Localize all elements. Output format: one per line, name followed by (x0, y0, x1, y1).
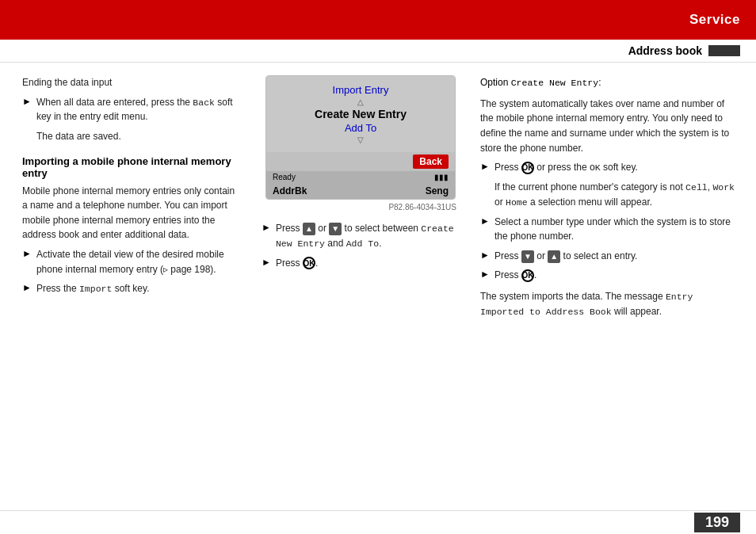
bullet-text-activate: Activate the detail view of the desired … (36, 247, 239, 277)
screen-menu: Import Entry △ Create New Entry Add To ▽ (266, 76, 455, 152)
right-arrow-2: ► (480, 216, 490, 227)
bullet-import-softkey: ► Press the Import soft key. (22, 281, 239, 296)
right-arrow-1: ► (480, 161, 490, 172)
screen-bottom-right: Seng (426, 185, 449, 196)
menu-add-to: Add To (266, 122, 455, 134)
right-bullet-press-ok: ► Press OK or press the OK soft key. (480, 160, 740, 175)
triangle-up: △ (266, 97, 455, 106)
right-bullet-press-ok2: ► Press OK. (480, 268, 740, 283)
ending-intro: Ending the data input (22, 75, 239, 90)
page-number: 199 (694, 513, 740, 532)
bullet-arrow-3: ► (22, 282, 32, 293)
right-text-press-ok2: Press OK. (494, 268, 536, 283)
ok-icon: OK (303, 257, 315, 269)
sub-header-title: Address book (628, 44, 702, 57)
data-saved-text: The data are saved. (36, 129, 239, 144)
screen-status: Ready ▮▮▮ (266, 171, 455, 183)
down-arrow-icon-2: ▼ (521, 250, 534, 263)
back-button[interactable]: Back (413, 154, 449, 169)
bullet-arrow-ok: ► (262, 257, 271, 268)
menu-create-new: Create New Entry (266, 108, 455, 120)
right-arrow-3: ► (480, 250, 490, 261)
right-body1: The system automatically takes over name… (480, 97, 740, 155)
up-arrow-icon-2: ▲ (548, 250, 560, 263)
bullet-activate: ► Activate the detail view of the desire… (22, 247, 239, 277)
right-text-press-nav: Press ▼ or ▲ to select an entry. (494, 249, 638, 264)
middle-bullets: ► Press ▲ or ▼ to select between Create … (262, 221, 460, 270)
sub-header: Address book (0, 40, 756, 63)
up-arrow-icon: ▲ (303, 223, 315, 235)
right-text-select-type: Select a number type under which the sys… (494, 215, 740, 244)
importing-heading: Importing a mobile phone internal memory… (22, 155, 239, 179)
right-bullet-select-type: ► Select a number type under which the s… (480, 215, 740, 244)
menu-import-entry: Import Entry (266, 84, 455, 96)
bullet-arrow-2: ► (22, 248, 32, 259)
bullet-press-nav: ► Press ▲ or ▼ to select between Create … (262, 221, 460, 251)
footer: 199 (0, 510, 756, 534)
bullet-text-ok: Press OK. (276, 256, 318, 271)
middle-column: Import Entry △ Create New Entry Add To ▽… (254, 75, 468, 507)
right-bullet-press-nav: ► Press ▼ or ▲ to select an entry. (480, 249, 740, 264)
phone-screen: Import Entry △ Create New Entry Add To ▽… (265, 75, 456, 200)
bullet-all-data: ► When all data are entered, press the B… (22, 95, 239, 124)
right-column: Option Create New Entry: The system auto… (468, 75, 756, 507)
bullet-press-ok: ► Press OK. (262, 256, 460, 271)
importing-body: Mobile phone internal memory entries onl… (22, 184, 239, 242)
header-title: Service (689, 12, 740, 28)
option-line: Option Create New Entry: (480, 75, 740, 90)
bullet-text-nav: Press ▲ or ▼ to select between Create Ne… (276, 221, 460, 251)
bullet-text-import: Press the Import soft key. (36, 281, 150, 296)
down-arrow-icon: ▼ (329, 223, 342, 235)
sub-header-bar (708, 45, 740, 56)
right-text-press-ok: Press OK or press the OK soft key. (494, 160, 638, 175)
screen-bottom-left: AddrBk (273, 185, 307, 196)
right-indent-category: If the current phone number's category i… (494, 180, 740, 210)
ok-circle-icon-1: OK (521, 162, 534, 174)
screen-bottom-bar: AddrBk Seng (266, 183, 455, 199)
left-column: Ending the data input ► When all data ar… (0, 75, 254, 507)
ok-circle-icon-2: OK (521, 269, 534, 282)
right-footer-text: The system imports the data. The message… (480, 289, 740, 319)
header-bar: Service (0, 0, 756, 40)
phone-caption: P82.86-4034-31US (262, 203, 456, 212)
screen-status-label: Ready (273, 173, 296, 181)
right-arrow-4: ► (480, 269, 490, 280)
screen-signal-icons: ▮▮▮ (434, 173, 449, 181)
bullet-text-all-data: When all data are entered, press the Bac… (36, 95, 239, 124)
bullet-arrow-1: ► (22, 96, 32, 107)
bullet-arrow-nav: ► (262, 222, 271, 233)
triangle-down: ▽ (266, 135, 455, 144)
main-content: Ending the data input ► When all data ar… (0, 63, 756, 507)
screen-softbar: Back (266, 152, 455, 171)
